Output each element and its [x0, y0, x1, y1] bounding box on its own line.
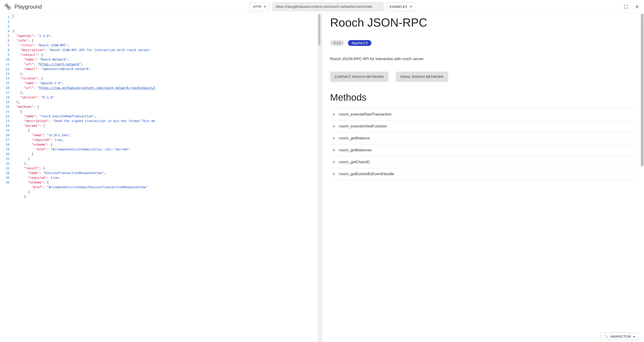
line-number: 3 — [0, 24, 10, 29]
line-number: 21 — [0, 109, 10, 114]
line-number: 19 — [0, 100, 10, 104]
line-number: 2 — [0, 19, 10, 24]
code-line: "name": "rooch_executeRawTransaction", — [13, 114, 321, 119]
line-number: 5 — [0, 33, 10, 38]
schema-url-input[interactable] — [272, 2, 383, 11]
logo[interactable]: Playground — [4, 3, 42, 10]
examples-button[interactable]: EXAMPLES — [386, 2, 416, 11]
editor-cursor — [12, 14, 14, 18]
code-line: "$ref": "#/components/schemas/ExecuteTra… — [13, 185, 321, 189]
method-item[interactable]: rooch_getEventsByEventHandle — [330, 168, 636, 180]
theme-toggle-button[interactable] — [634, 4, 640, 9]
line-number: 23 — [0, 119, 10, 123]
line-number: 31 — [0, 157, 10, 161]
line-number: 26 — [0, 133, 10, 138]
line-number: 27 — [0, 138, 10, 142]
code-line: "methods": [ — [13, 104, 321, 109]
line-number: 14 — [0, 76, 10, 81]
protocol-select[interactable]: HTTP — [250, 2, 270, 11]
chevron-right-icon — [333, 125, 335, 127]
examples-label: EXAMPLES — [390, 5, 407, 8]
playground-logo-icon — [4, 3, 11, 10]
line-number: 30 — [0, 152, 10, 157]
code-line: "name": "tx_bcs_hex", — [13, 133, 321, 138]
method-name: rooch_getChainID — [339, 160, 370, 164]
app-title: Playground — [14, 3, 42, 10]
code-line: ], — [13, 161, 321, 166]
code-line: "email": "opensource@rooch.network" — [13, 67, 321, 71]
method-item[interactable]: rooch_executeRawTransaction — [330, 109, 636, 121]
line-number: 10 — [0, 57, 10, 62]
code-line: } — [13, 189, 321, 194]
code-line: } — [13, 152, 321, 157]
code-line: } — [13, 194, 321, 199]
code-line: "result": { — [13, 166, 321, 171]
line-number: 33 — [0, 166, 10, 171]
code-line: "openrpc": "1.2.6", — [13, 33, 321, 38]
svg-line-11 — [638, 5, 638, 5]
code-line: "description": "Send the signed transact… — [13, 119, 321, 123]
code-line: "$ref": "#/components/schemas/alloc::vec… — [13, 147, 321, 152]
line-number: 29 — [0, 147, 10, 152]
code-line: "params": [ — [13, 123, 321, 128]
line-number: 18 — [0, 95, 10, 100]
line-number: 32 — [0, 161, 10, 166]
code-line: "required": true, — [13, 175, 321, 180]
editor-scroll-thumb[interactable] — [318, 14, 320, 46]
code-line: "name": "Rooch Network", — [13, 57, 321, 62]
code-line: "name": "Apache-2.0", — [13, 81, 321, 86]
line-gutter: 1234567891011121314151617181920212223242… — [0, 14, 11, 342]
line-number: 9 — [0, 52, 10, 57]
method-item[interactable]: rooch_executeViewFunction — [330, 121, 636, 132]
chevron-right-icon — [333, 113, 335, 116]
line-number: 1 — [0, 15, 10, 19]
method-name: rooch_getBalances — [339, 148, 372, 153]
line-number: 28 — [0, 142, 10, 147]
method-name: rooch_getBalance — [339, 136, 370, 141]
code-line: "version": "0.1.0" — [13, 95, 321, 100]
code-line: }, — [13, 90, 321, 95]
line-number: 20 — [0, 104, 10, 109]
method-item[interactable]: rooch_getBalance — [330, 132, 636, 144]
page-scroll-thumb[interactable] — [641, 13, 644, 167]
line-number: 36 — [0, 180, 10, 185]
line-number: 7 — [0, 43, 10, 48]
line-number: 35 — [0, 175, 10, 180]
code-line: "schema": { — [13, 142, 321, 147]
contact-button[interactable]: CONTACT ROOCH NETWORK — [330, 72, 388, 82]
code-line: "title": "Rooch JSON-RPC", — [13, 43, 321, 48]
line-number: 6 — [0, 38, 10, 43]
code-line: "url": "https://rooch.network", — [13, 62, 321, 67]
code-line: { — [13, 29, 321, 33]
svg-line-10 — [636, 8, 636, 8]
line-number: 12 — [0, 67, 10, 71]
editor-scrollbar[interactable] — [318, 14, 321, 342]
method-item[interactable]: rooch_getChainID — [330, 156, 636, 168]
protocol-value: HTTP — [253, 5, 262, 8]
main-split: 1234567891011121314151617181920212223242… — [0, 13, 644, 342]
license-badge[interactable]: Apache-2.0 — [348, 40, 372, 46]
version-badge: 0.1.0 — [330, 40, 344, 46]
email-button[interactable]: EMAIL ROOCH NETWORK — [396, 72, 448, 82]
line-number: 34 — [0, 171, 10, 175]
line-number: 16 — [0, 86, 10, 90]
methods-heading: Methods — [330, 92, 636, 103]
fullscreen-icon — [624, 4, 628, 9]
line-number: 8 — [0, 48, 10, 52]
chevron-up-icon — [633, 336, 635, 337]
inspector-toggle[interactable]: 🦙 INSPECTOR — [601, 333, 638, 340]
inspector-label: INSPECTOR — [610, 335, 631, 339]
code-line: { — [13, 109, 321, 114]
code-line: }, — [13, 71, 321, 76]
code-line: "license": { — [13, 76, 321, 81]
line-number: 17 — [0, 90, 10, 95]
method-item[interactable]: rooch_getBalances — [330, 144, 636, 156]
page-scrollbar[interactable] — [640, 0, 644, 342]
code-line: "required": true, — [13, 138, 321, 142]
line-number: 13 — [0, 71, 10, 76]
code-area[interactable]: { "openrpc": "1.2.6", "info": { "title":… — [11, 14, 321, 342]
code-line: { — [13, 128, 321, 133]
fullscreen-button[interactable] — [623, 4, 628, 9]
code-line: }, — [13, 100, 321, 104]
chevron-down-icon — [264, 6, 266, 7]
